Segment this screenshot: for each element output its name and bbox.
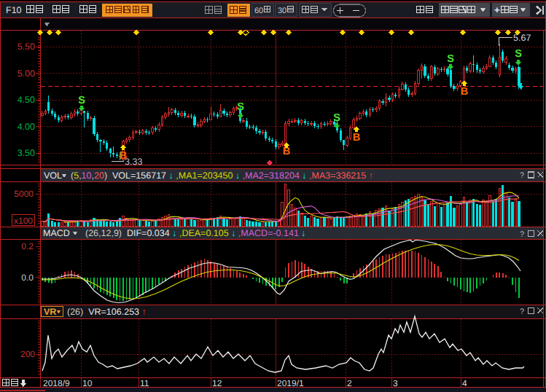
- svg-text:12: 12: [212, 378, 222, 388]
- svg-text:200: 200: [20, 349, 35, 359]
- svg-text:5.67: 5.67: [513, 33, 531, 43]
- svg-text:VOL: VOL: [44, 170, 62, 181]
- svg-text:(5,10,20) VOL=156717 ↓ ,MA1=2: (5,10,20) VOL=156717 ↓ ,MA1=203450 ↓ ,MA…: [71, 170, 373, 181]
- svg-text:3.50: 3.50: [17, 148, 35, 158]
- svg-text:4: 4: [462, 378, 467, 388]
- svg-text:S: S: [447, 53, 454, 65]
- svg-text:30: 30: [278, 7, 286, 15]
- svg-text:(26,12,9) DIF=0.034 ↓ ,DEA=0.: (26,12,9) DIF=0.034 ↓ ,DEA=0.105 ↓ ,MACD…: [85, 228, 306, 238]
- svg-text:B: B: [461, 86, 468, 98]
- svg-text:4.00: 4.00: [17, 122, 35, 132]
- svg-text:S: S: [515, 48, 522, 60]
- svg-text:4.50: 4.50: [17, 95, 35, 105]
- svg-text:B: B: [353, 132, 360, 144]
- svg-text:5000: 5000: [14, 189, 34, 199]
- svg-text:VR: VR: [44, 307, 56, 317]
- svg-text:0.0: 0.0: [21, 273, 34, 283]
- svg-text:3: 3: [393, 378, 398, 388]
- svg-text:?: ?: [520, 171, 524, 180]
- svg-text:11: 11: [140, 378, 149, 388]
- svg-text:(26) VR=106.253 ↑: (26) VR=106.253 ↑: [67, 307, 147, 317]
- svg-text:B: B: [120, 150, 127, 162]
- svg-text:F10: F10: [6, 5, 22, 15]
- svg-text:2019/1: 2019/1: [277, 378, 304, 388]
- svg-text:2018/9: 2018/9: [43, 378, 70, 388]
- svg-text:10: 10: [82, 378, 93, 388]
- svg-text:S: S: [78, 95, 85, 106]
- svg-text:S: S: [333, 112, 340, 124]
- svg-text:0.2: 0.2: [21, 241, 34, 251]
- svg-text:60: 60: [254, 7, 263, 15]
- svg-text:2: 2: [347, 378, 352, 388]
- svg-text:5.50: 5.50: [17, 42, 35, 52]
- svg-text:MACD: MACD: [43, 228, 70, 238]
- svg-text:S: S: [237, 101, 244, 113]
- svg-text:?: ?: [520, 230, 524, 239]
- svg-text:+: +: [494, 4, 500, 15]
- svg-text:x100: x100: [14, 216, 33, 226]
- svg-text:?: ?: [520, 307, 524, 316]
- svg-text:3.33: 3.33: [125, 157, 142, 167]
- svg-text:5.00: 5.00: [17, 68, 35, 79]
